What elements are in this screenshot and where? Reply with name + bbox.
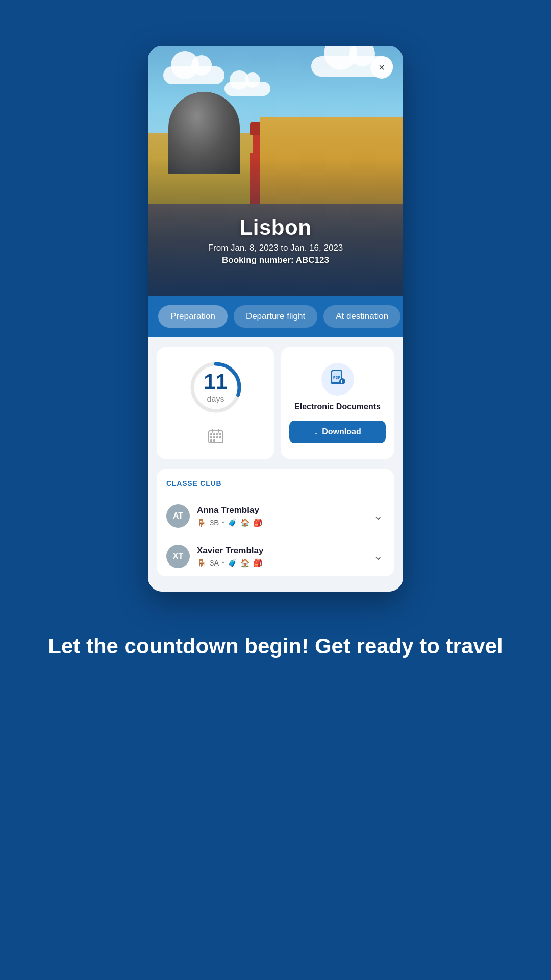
passenger-meta-xavier: 🪑 3A • 🧳 🏠 🎒 (197, 558, 371, 568)
calendar-icon (208, 429, 223, 447)
tab-departure[interactable]: Departure flight (234, 305, 317, 328)
close-icon: × (379, 62, 385, 74)
documents-title: Electronic Documents (294, 402, 381, 412)
chevron-down-icon-xavier: ⌄ (373, 550, 383, 562)
svg-rect-10 (219, 436, 221, 438)
hero-section: Lisbon From Jan. 8, 2023 to Jan. 16, 202… (148, 46, 403, 296)
cards-row: 11 days (157, 347, 394, 459)
chevron-down-icon: ⌄ (373, 509, 383, 522)
city-name: Lisbon (148, 215, 403, 240)
documents-card: PDF ! Electronic Documents ↓ Download (281, 347, 394, 459)
section-label: CLASSE CLUB (166, 479, 385, 487)
passenger-row-xavier: XT Xavier Tremblay 🪑 3A • 🧳 🏠 🎒 ⌄ (166, 536, 385, 576)
countdown-card: 11 days (157, 347, 274, 459)
avatar-at: AT (166, 504, 190, 528)
close-button[interactable]: × (370, 56, 393, 79)
tabs-section: Preparation Departure flight At destinat… (148, 296, 403, 337)
passenger-row: AT Anna Tremblay 🪑 3B • 🧳 🏠 🎒 ⌄ (166, 496, 385, 536)
svg-rect-4 (213, 433, 215, 435)
passenger-name-anna: Anna Tremblay (197, 505, 371, 516)
date-range: From Jan. 8, 2023 to Jan. 16, 2023 (148, 243, 403, 253)
svg-rect-11 (210, 439, 212, 442)
seat-number-anna: 3B (210, 518, 219, 527)
seat-icon: 🪑 (197, 518, 207, 527)
svg-text:PDF: PDF (333, 376, 341, 379)
home-icon: 🏠 (240, 518, 250, 527)
countdown-unit: days (204, 395, 228, 404)
download-button[interactable]: ↓ Download (289, 421, 386, 443)
svg-rect-9 (216, 436, 218, 438)
hero-text: Lisbon From Jan. 8, 2023 to Jan. 16, 202… (148, 215, 403, 265)
svg-rect-12 (213, 439, 215, 442)
svg-rect-8 (213, 436, 215, 438)
cloud-3 (224, 82, 270, 96)
download-label: Download (322, 427, 361, 436)
tab-preparation[interactable]: Preparation (158, 305, 228, 328)
tab-destination[interactable]: At destination (323, 305, 400, 328)
passenger-name-xavier: Xavier Tremblay (197, 546, 371, 556)
passenger-info-anna: Anna Tremblay 🪑 3B • 🧳 🏠 🎒 (197, 505, 371, 527)
passenger-expand-anna[interactable]: ⌄ (371, 507, 385, 525)
svg-rect-18 (339, 378, 345, 384)
countdown-number: 11 (204, 371, 228, 393)
pdf-icon-circle: PDF ! (321, 363, 354, 396)
download-arrow-icon: ↓ (314, 427, 318, 436)
svg-rect-5 (216, 433, 218, 435)
main-card: Lisbon From Jan. 8, 2023 to Jan. 16, 202… (148, 46, 403, 592)
pdf-icon: PDF ! (329, 369, 346, 390)
luggage-icon: 🧳 (228, 518, 237, 527)
content-area: 11 days (148, 337, 403, 592)
passenger-meta-anna: 🪑 3B • 🧳 🏠 🎒 (197, 518, 371, 527)
passenger-expand-xavier[interactable]: ⌄ (371, 548, 385, 565)
circle-container: 11 days (188, 359, 244, 415)
passenger-info-xavier: Xavier Tremblay 🪑 3A • 🧳 🏠 🎒 (197, 546, 371, 568)
svg-rect-6 (219, 433, 221, 435)
dot-separator-xavier: • (222, 559, 224, 567)
dot-separator: • (222, 519, 224, 526)
passengers-section: CLASSE CLUB AT Anna Tremblay 🪑 3B • 🧳 🏠 … (157, 469, 394, 576)
bottom-tagline: Let the countdown begin! Get ready to tr… (7, 632, 543, 701)
avatar-xt: XT (166, 545, 190, 568)
svg-text:!: ! (341, 379, 342, 384)
seat-icon-xavier: 🪑 (197, 558, 207, 568)
svg-rect-7 (210, 436, 212, 438)
home-icon-xavier: 🏠 (240, 558, 250, 568)
svg-rect-3 (210, 433, 212, 435)
seat-number-xavier: 3A (210, 558, 219, 567)
booking-number: Booking number: ABC123 (148, 255, 403, 265)
luggage-icon-xavier: 🧳 (228, 558, 237, 568)
cloud-1 (163, 66, 224, 84)
bag-icon: 🎒 (253, 518, 263, 527)
bag-icon-xavier: 🎒 (253, 558, 263, 568)
